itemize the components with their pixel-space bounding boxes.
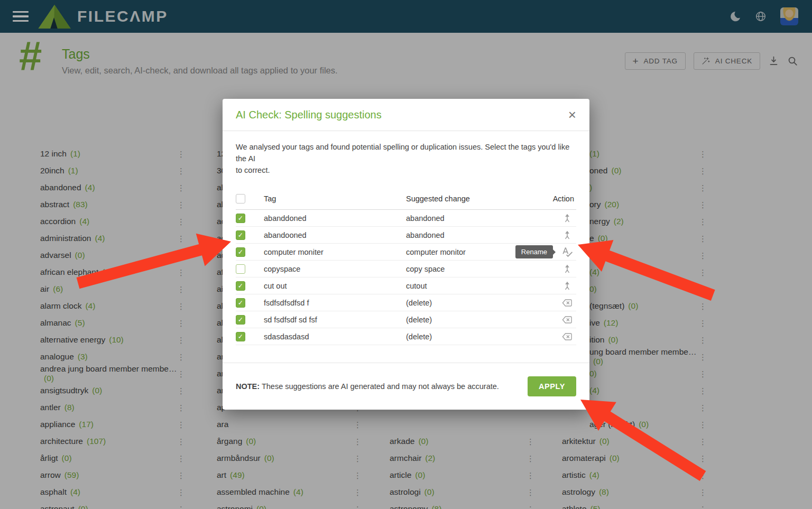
merge-action-icon[interactable]	[559, 263, 575, 275]
suggested-change: (delete)	[406, 316, 432, 324]
row-checkbox[interactable]: ✓	[236, 214, 245, 223]
close-icon[interactable]: ×	[568, 108, 576, 122]
delete-action-icon[interactable]	[559, 297, 575, 309]
modal-title: AI Check: Spelling suggestions	[236, 109, 382, 121]
suggestion-tag: fsdfsdfsdfsd f	[264, 299, 309, 307]
suggestions-table: ✓abanddonedabandoned✓abandoonedabandoned…	[236, 210, 576, 345]
suggestion-row: ✓cut outcutout	[236, 277, 576, 294]
suggestion-tag: cut out	[264, 282, 287, 290]
modal-note: NOTE: These suggestions are AI generated…	[236, 382, 499, 391]
suggested-change: computer monitor	[406, 248, 466, 256]
column-header-action: Action	[553, 195, 574, 203]
suggestion-row: ✓abandoonedabandoned	[236, 227, 576, 244]
rename-action-icon[interactable]	[559, 246, 575, 258]
suggested-change: copy space	[406, 265, 445, 273]
row-checkbox[interactable]: ✓	[236, 315, 245, 325]
row-checkbox[interactable]: ✓	[236, 281, 245, 291]
suggestion-tag: computer moniter	[264, 248, 324, 256]
suggested-change: (delete)	[406, 332, 432, 341]
suggestion-tag: sd fsdfsdf sd fsf	[264, 316, 317, 324]
modal-description: We analysed your tags and found potentia…	[223, 131, 589, 176]
row-checkbox[interactable]: ✓	[236, 332, 245, 341]
suggestion-tag: abandooned	[264, 231, 307, 239]
merge-action-icon[interactable]	[559, 212, 575, 224]
suggested-change: cutout	[406, 282, 427, 290]
select-all-checkbox[interactable]	[236, 194, 245, 203]
suggestions-table-header: Tag Suggested change Action	[236, 188, 576, 210]
rename-tooltip: Rename	[515, 245, 553, 258]
suggestion-row: ✓computer monitercomputer monitorRename	[236, 244, 576, 261]
suggestion-row: ✓abanddonedabandoned	[236, 210, 576, 227]
suggestion-row: ✓sd fsdfsdf sd fsf(delete)	[236, 311, 576, 328]
suggested-change: abandoned	[406, 231, 445, 239]
delete-action-icon[interactable]	[559, 331, 575, 343]
suggestion-tag: copyspace	[264, 265, 300, 273]
row-checkbox[interactable]: ✓	[236, 247, 245, 257]
row-checkbox[interactable]: ✓	[236, 298, 245, 308]
apply-button[interactable]: APPLY	[528, 376, 576, 396]
delete-action-icon[interactable]	[559, 314, 575, 326]
suggested-change: abandoned	[406, 214, 445, 223]
column-header-suggested: Suggested change	[406, 195, 470, 203]
merge-action-icon[interactable]	[559, 280, 575, 292]
merge-action-icon[interactable]	[559, 229, 575, 241]
ai-check-modal: AI Check: Spelling suggestions × We anal…	[223, 99, 589, 410]
row-checkbox[interactable]	[236, 264, 245, 274]
suggestion-tag: abanddoned	[264, 214, 307, 223]
suggestion-row: ✓fsdfsdfsdfsd f(delete)	[236, 294, 576, 311]
suggestion-row: ✓sdasdasdasd(delete)	[236, 328, 576, 345]
suggestion-tag: sdasdasdasd	[264, 332, 309, 341]
column-header-tag: Tag	[264, 195, 276, 203]
row-checkbox[interactable]: ✓	[236, 230, 245, 240]
suggestion-row: copyspacecopy space	[236, 261, 576, 277]
suggested-change: (delete)	[406, 299, 432, 307]
